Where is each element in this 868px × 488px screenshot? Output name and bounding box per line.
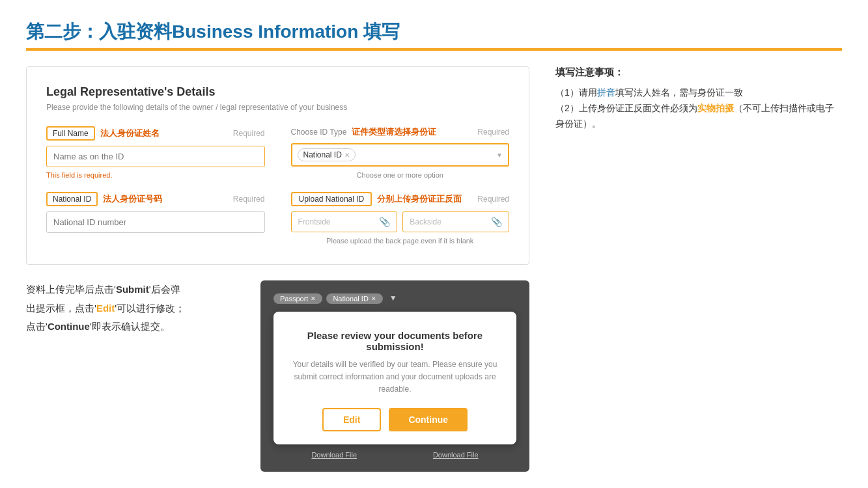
edit-button[interactable]: Edit	[322, 408, 381, 431]
full-name-error: This field is required.	[46, 171, 265, 179]
dialog-bottom-bar: Download File Download File	[273, 451, 516, 459]
notes-item-2: （2）上传身份证正反面文件必须为实物拍摄（不可上传扫描件或电子身份证）。	[555, 101, 842, 132]
dialog-box: Please review your documents before subm…	[273, 312, 516, 444]
upload-label-row: Upload National ID 分别上传身份证正反面 Required	[291, 192, 510, 206]
full-name-field-group: Full Name 法人身份证姓名 Required This field is…	[46, 126, 265, 179]
bottom-section: 资料上传完毕后点击'Submit'后会弹 出提示框，点击'Edit'可以进行修改…	[26, 280, 529, 472]
frontside-upload[interactable]: Frontside 📎	[291, 211, 398, 232]
national-id-field-group: National ID 法人身份证号码 Required	[46, 192, 265, 245]
notes-item-1: （1）请用拼音填写法人姓名，需与身份证一致	[555, 85, 842, 101]
notes-item1-pre: （1）请用	[555, 87, 597, 98]
backside-label: Backside	[410, 217, 441, 226]
bottom-text-mid1-line1: '后会弹	[149, 284, 180, 295]
dialog-buttons: Edit Continue	[289, 408, 501, 431]
full-name-input[interactable]	[46, 146, 265, 167]
id-tag-close-icon[interactable]: ✕	[344, 152, 350, 159]
id-type-field-group: Choose ID Type 证件类型请选择身份证 Required Natio…	[291, 126, 510, 179]
bottom-text-pre: 资料上传完毕后点击'	[26, 284, 116, 295]
national-id-close-icon: ✕	[371, 295, 376, 302]
national-id-tag-text: National ID	[333, 295, 368, 303]
full-name-required: Required	[233, 129, 265, 138]
upload-fields: Frontside 📎 Backside 📎	[291, 211, 510, 232]
dialog-top-bar: Passport ✕ National ID ✕ ▼	[273, 293, 516, 304]
full-name-annotation: 法人身份证姓名	[100, 128, 160, 139]
dropdown-arrow-icon: ▼	[389, 293, 397, 304]
national-id-input[interactable]	[46, 211, 265, 233]
notes-item2-pre: （2）上传身份证正反面文件必须为	[555, 103, 697, 113]
form-card-subtitle: Please provide the following details of …	[46, 103, 509, 112]
national-id-label-row: National ID 法人身份证号码 Required	[46, 192, 265, 206]
paperclip-icon-front: 📎	[379, 217, 390, 227]
id-type-label-row: Choose ID Type 证件类型请选择身份证 Required	[291, 126, 510, 138]
full-name-label-row: Full Name 法人身份证姓名 Required	[46, 126, 265, 141]
backside-upload[interactable]: Backside 📎	[402, 211, 509, 232]
dialog-screenshot: Passport ✕ National ID ✕ ▼ Please review…	[260, 280, 529, 472]
continue-label: Continue	[48, 321, 90, 332]
notes-item1-highlight: 拼音	[597, 87, 615, 98]
bottom-left-text: 资料上传完毕后点击'Submit'后会弹 出提示框，点击'Edit'可以进行修改…	[26, 280, 234, 472]
passport-tag-text: Passport	[280, 295, 308, 303]
notes-item1-post: 填写法人姓名，需与身份证一致	[615, 87, 743, 98]
edit-label: Edit	[96, 303, 115, 314]
notes-title: 填写注意事项：	[555, 66, 842, 79]
form-grid: Full Name 法人身份证姓名 Required This field is…	[46, 126, 509, 245]
continue-button[interactable]: Continue	[389, 408, 468, 431]
upload-field-group: Upload National ID 分别上传身份证正反面 Required F…	[291, 192, 510, 245]
bottom-text-mid2: '可以进行修改；	[115, 303, 185, 314]
upload-note: Please upload the back page even if it i…	[291, 237, 510, 245]
passport-tag: Passport ✕	[273, 293, 322, 304]
submit-label: Submit	[116, 284, 149, 295]
national-id-label-box: National ID	[46, 192, 98, 206]
full-name-label-box: Full Name	[46, 126, 95, 141]
dialog-title: Please review your documents before subm…	[289, 330, 501, 352]
national-id-annotation: 法人身份证号码	[103, 193, 162, 205]
upload-required: Required	[477, 195, 509, 204]
right-notes: 填写注意事项： （1）请用拼音填写法人姓名，需与身份证一致 （2）上传身份证正反…	[555, 66, 842, 472]
frontside-label: Frontside	[298, 217, 331, 226]
chevron-down-icon: ▼	[496, 152, 503, 159]
passport-close-icon: ✕	[311, 295, 316, 302]
id-type-required: Required	[477, 128, 509, 137]
id-type-annotation: 证件类型请选择身份证	[352, 126, 436, 138]
form-card: Legal Representative's Details Please pr…	[26, 66, 529, 265]
page-title: 第二步：入驻资料Business Information 填写	[26, 20, 842, 44]
bottom-text-mid1-line2: 出提示框，点击'	[26, 303, 96, 314]
title-underline	[26, 48, 842, 51]
bottom-text-end: '即表示确认提交。	[90, 321, 170, 332]
national-id-tag: National ID ✕	[326, 293, 382, 304]
upload-label-box: Upload National ID	[291, 192, 372, 206]
notes-item2-highlight: 实物拍摄	[697, 103, 734, 113]
choose-one-more-hint: Choose one or more option	[291, 171, 510, 179]
upload-annotation: 分别上传身份证正反面	[377, 193, 462, 205]
id-tag-text: National ID	[303, 150, 342, 159]
dialog-description: Your details will be verified by our tea…	[289, 359, 501, 396]
paperclip-icon-back: 📎	[491, 217, 502, 227]
bottom-text-continue-pre: 点击'	[26, 321, 48, 332]
id-type-label: Choose ID Type	[291, 128, 347, 137]
id-type-select[interactable]: National ID ✕ ▼	[291, 143, 510, 167]
download-file-left[interactable]: Download File	[311, 451, 357, 459]
id-tag: National ID ✕	[298, 148, 356, 161]
download-file-right[interactable]: Download File	[433, 451, 479, 459]
form-card-title: Legal Representative's Details	[46, 85, 509, 99]
national-id-required: Required	[233, 195, 265, 204]
